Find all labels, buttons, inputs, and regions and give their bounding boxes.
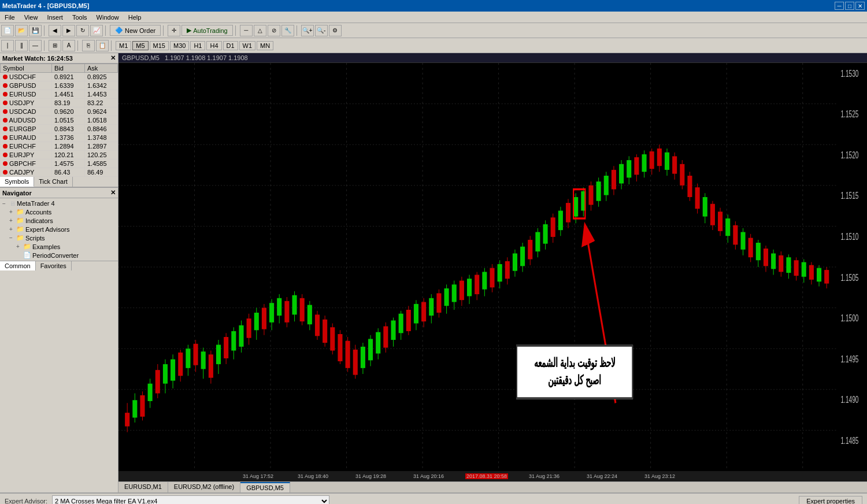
nav-item-periodconverter[interactable]: 📄 PeriodConverter — [0, 251, 118, 260]
market-watch-row[interactable]: EURCHF 1.2894 1.2897 — [1, 142, 118, 151]
tf-m5[interactable]: M5 — [132, 41, 148, 50]
menu-insert[interactable]: Insert — [42, 13, 68, 22]
nav-item-scripts[interactable]: − 📁 Scripts — [0, 234, 118, 242]
mw-symbol: AUDUSD — [1, 116, 52, 125]
tf-d1[interactable]: D1 — [223, 41, 238, 50]
tb-channel[interactable]: ⊘ — [268, 25, 280, 36]
tab-symbols[interactable]: Symbols — [0, 177, 34, 187]
minimize-button[interactable]: ─ — [835, 2, 844, 10]
market-watch-row[interactable]: EURAUD 1.3736 1.3748 — [1, 134, 118, 142]
svg-rect-124 — [482, 272, 487, 289]
tf-w1[interactable]: W1 — [239, 41, 256, 50]
market-watch-row[interactable]: EURUSD 1.4451 1.4453 — [1, 90, 118, 99]
chart-tab-gbpusd-m5[interactable]: GBPUSD,M5 — [240, 482, 290, 492]
menu-window[interactable]: Window — [92, 13, 124, 22]
menu-help[interactable]: Help — [124, 13, 146, 22]
tb-triangle[interactable]: △ — [254, 25, 266, 36]
mw-bid: 0.8921 — [51, 73, 84, 81]
tb-zoom-chart-out[interactable]: 🔍- — [315, 25, 328, 36]
autotrading-button[interactable]: ▶ AutoTrading — [181, 25, 233, 36]
expert-properties-button[interactable]: Expert properties — [799, 496, 862, 504]
market-watch-tabs: Symbols Tick Chart — [0, 177, 118, 187]
tb-t1[interactable]: | — [1, 40, 14, 51]
tf-h1[interactable]: H1 — [190, 41, 205, 50]
menu-tools[interactable]: Tools — [68, 13, 92, 22]
ea-select[interactable]: 2 MA Crosses Mega filter EA V1.ex4 — [52, 495, 329, 504]
nav-tab-common[interactable]: Common — [0, 261, 36, 270]
chart-container[interactable]: 1.1530 1.1525 1.1520 1.1515 1.1510 1.150… — [118, 63, 867, 471]
tb-open[interactable]: 📂 — [15, 25, 28, 36]
tb-zoom-in[interactable]: 📈 — [90, 25, 103, 36]
tb-paste[interactable]: 📋 — [96, 40, 109, 51]
market-watch-row[interactable]: USDCHF 0.8921 0.8925 — [1, 73, 118, 81]
svg-rect-144 — [558, 211, 563, 231]
market-watch-row[interactable]: CADJPY 86.43 86.49 — [1, 168, 118, 177]
svg-text:1.1530: 1.1530 — [840, 68, 858, 79]
tb-copy[interactable]: ⎘ — [82, 40, 95, 51]
mw-symbol: EURJPY — [1, 151, 52, 160]
nav-tab-favorites[interactable]: Favorites — [36, 261, 72, 270]
folder-icon: 📁 — [16, 217, 24, 224]
svg-rect-184 — [710, 204, 715, 225]
tb-line[interactable]: ─ — [240, 25, 253, 36]
navigator-header: Navigator ✕ — [0, 188, 118, 198]
nav-item-accounts[interactable]: + 📁 Accounts — [0, 207, 118, 216]
tb-refresh[interactable]: ↻ — [76, 25, 89, 36]
chart-tabs: EURUSD,M1 EURUSD,M2 (offline) GBPUSD,M5 — [118, 481, 867, 492]
tb-t2[interactable]: ‖ — [15, 40, 28, 51]
tf-m15[interactable]: M15 — [150, 41, 169, 50]
tb-crosshair[interactable]: ✛ — [168, 25, 180, 36]
svg-rect-194 — [749, 238, 753, 258]
svg-rect-178 — [687, 176, 692, 197]
tb-back[interactable]: ◀ — [49, 25, 61, 36]
tree-expand-icon: − — [9, 235, 15, 241]
close-button[interactable]: ✕ — [855, 2, 865, 10]
tf-m30[interactable]: M30 — [170, 41, 189, 50]
chart-area: GBPUSD,M5 1.1907 1.1908 1.1907 1.1908 — [118, 53, 867, 492]
market-watch-row[interactable]: EURGBP 0.8843 0.8846 — [1, 125, 118, 134]
menu-file[interactable]: File — [0, 13, 20, 22]
nav-close-icon[interactable]: ✕ — [110, 189, 116, 197]
market-watch-row[interactable]: USDCAD 0.9620 0.9624 — [1, 108, 118, 116]
nav-item-indicators[interactable]: + 📁 Indicators — [0, 216, 118, 225]
new-order-label: New Order — [125, 27, 155, 34]
menu-view[interactable]: View — [20, 13, 43, 22]
mw-ask: 1.4585 — [84, 160, 117, 168]
nav-item-expert-advisors[interactable]: + 📁 Expert Advisors — [0, 225, 118, 234]
x-label-4: 31 Aug 20:16 — [413, 473, 444, 479]
tf-m1[interactable]: M1 — [116, 41, 131, 50]
chart-tab-eurusd-m2[interactable]: EURUSD,M2 (offline) — [168, 482, 240, 492]
market-watch-row[interactable]: AUDUSD 1.0515 1.0518 — [1, 116, 118, 125]
svg-rect-100 — [391, 320, 395, 340]
tab-tick-chart[interactable]: Tick Chart — [34, 177, 73, 187]
market-watch-row[interactable]: GBPCHF 1.4575 1.4585 — [1, 160, 118, 168]
tb-a[interactable]: A — [62, 40, 75, 51]
tf-mn[interactable]: MN — [257, 41, 273, 50]
folder-icon: 📁 — [16, 208, 24, 216]
tb-properties[interactable]: ⚙ — [329, 25, 342, 36]
mw-symbol: EURAUD — [1, 134, 52, 142]
tf-h4[interactable]: H4 — [206, 41, 221, 50]
status-dot — [3, 118, 8, 123]
nav-item-examples[interactable]: + 📁 Examples — [0, 242, 118, 251]
market-watch-row[interactable]: USDJPY 83.19 83.22 — [1, 99, 118, 108]
tb-save[interactable]: 💾 — [29, 25, 42, 36]
nav-item-metatrader-4[interactable]: − 🖥 MetaTrader 4 — [0, 199, 118, 207]
new-order-button[interactable]: 🔷 New Order — [110, 25, 161, 36]
restore-button[interactable]: □ — [845, 2, 854, 10]
tb-fan[interactable]: 🔧 — [281, 25, 294, 36]
tb-indent[interactable]: ⊞ — [49, 40, 61, 51]
x-label-1: 31 Aug 17:52 — [243, 473, 273, 479]
autotrading-label: AutoTrading — [193, 27, 228, 34]
tb-line2[interactable]: — — [29, 40, 42, 51]
tb-new-chart[interactable]: 📄 — [1, 25, 14, 36]
market-watch-row[interactable]: EURJPY 120.21 120.25 — [1, 151, 118, 160]
tb-zoom-chart-in[interactable]: 🔍+ — [301, 25, 314, 36]
mw-close-icon[interactable]: ✕ — [110, 54, 116, 62]
svg-rect-198 — [764, 249, 768, 266]
window-controls[interactable]: ─ □ ✕ — [835, 2, 865, 10]
chart-tab-eurusd-m1[interactable]: EURUSD,M1 — [118, 482, 168, 492]
svg-rect-168 — [650, 151, 654, 169]
tb-forward[interactable]: ▶ — [62, 25, 75, 36]
market-watch-row[interactable]: GBPUSD 1.6339 1.6342 — [1, 81, 118, 90]
